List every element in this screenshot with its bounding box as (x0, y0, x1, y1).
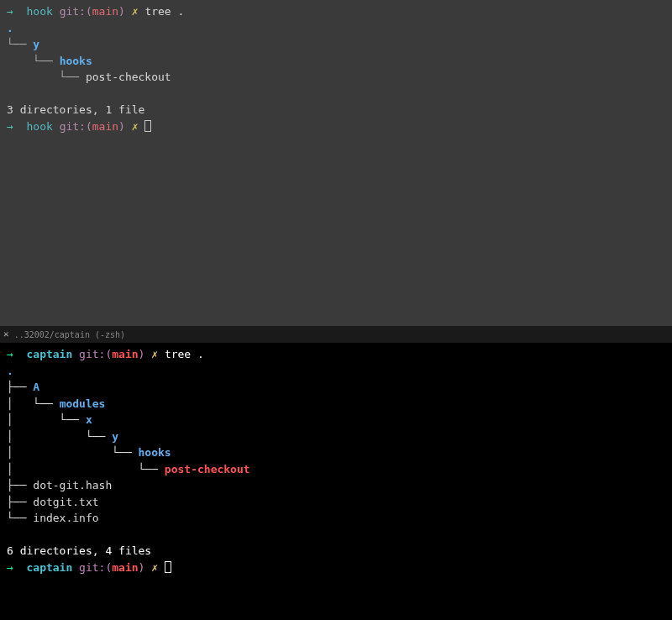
tree-line-modules: │ └── modules (7, 396, 665, 412)
cursor-icon (144, 120, 151, 132)
prompt-line-2: → hook git:(main) ✗ (7, 118, 665, 135)
git-branch: main (112, 348, 138, 360)
prompt-arrow: → (7, 561, 13, 574)
prompt-line-1: → hook git:(main) ✗ tree . (7, 3, 665, 20)
git-close: ) (139, 561, 145, 574)
tree-root: . (7, 363, 665, 380)
git-branch: main (92, 5, 118, 18)
command-text: tree . (144, 5, 184, 18)
tree-line-x: │ └── x (7, 412, 665, 428)
blank-line (7, 86, 665, 102)
git-label: git:( (79, 348, 112, 360)
command-text: tree . (165, 348, 204, 360)
tree-line-hooks: │ └── hooks (7, 444, 665, 461)
blank-line (7, 527, 665, 544)
git-close: ) (139, 348, 145, 360)
git-close: ) (118, 5, 125, 18)
tab-title[interactable]: ..32002/captain (-zsh) (14, 328, 125, 341)
tree-line-hooks: └── hooks (7, 53, 665, 70)
tree-line-post-checkout: │ └── post-checkout (7, 461, 665, 478)
prompt-arrow: → (7, 348, 13, 360)
git-close: ) (118, 120, 125, 133)
dirty-icon: ✗ (132, 5, 139, 18)
prompt-dir: captain (26, 348, 72, 360)
git-label: git:( (60, 120, 92, 133)
tree-line-index-info: └── index.info (7, 510, 665, 527)
git-label: git:( (79, 561, 112, 574)
prompt-dir: captain (26, 561, 72, 574)
prompt-dir: hook (26, 5, 52, 18)
terminal-pane-top[interactable]: → hook git:(main) ✗ tree . . └── y └── h… (0, 0, 672, 326)
tree-line-post-checkout: └── post-checkout (7, 69, 665, 86)
prompt-line-2: → captain git:(main) ✗ (7, 560, 665, 576)
tree-line-dot-git-hash: ├── dot-git.hash (7, 477, 665, 494)
tree-root: . (7, 20, 665, 37)
tree-summary: 6 directories, 4 files (7, 543, 665, 560)
prompt-arrow: → (7, 120, 13, 133)
tree-line-dotgit-txt: ├── dotgit.txt (7, 494, 665, 511)
git-branch: main (112, 561, 138, 574)
cursor-icon (165, 561, 171, 573)
git-branch: main (92, 120, 118, 133)
prompt-arrow: → (7, 5, 13, 18)
tree-line-y: │ └── y (7, 428, 665, 445)
tree-line-a: ├── A (7, 379, 665, 396)
tab-bar: ✕ ..32002/captain (-zsh) (0, 326, 672, 343)
dirty-icon: ✗ (132, 120, 139, 133)
prompt-line-1: → captain git:(main) ✗ tree . (7, 346, 665, 363)
terminal-pane-bottom[interactable]: → captain git:(main) ✗ tree . . ├── A │ … (0, 343, 672, 620)
git-label: git:( (60, 5, 92, 18)
tree-summary: 3 directories, 1 file (7, 102, 665, 118)
dirty-icon: ✗ (151, 561, 158, 574)
close-icon[interactable]: ✕ (3, 328, 9, 342)
dirty-icon: ✗ (151, 348, 158, 360)
prompt-dir: hook (26, 120, 52, 133)
tree-line-y: └── y (7, 36, 665, 53)
